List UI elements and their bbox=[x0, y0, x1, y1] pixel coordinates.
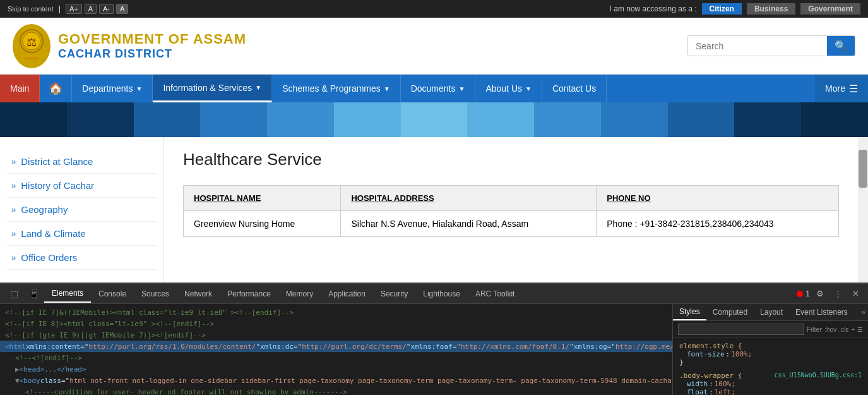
separator: | bbox=[59, 4, 61, 13]
banner-seg-8 bbox=[467, 102, 534, 137]
nav-item-departments[interactable]: Departments ▼ bbox=[72, 75, 153, 102]
nav-main-label: Main bbox=[10, 83, 29, 94]
hospital-address-cell: Silchar N.S Avenue, Hialakandi Road, Ass… bbox=[341, 211, 597, 237]
nav-item-contact[interactable]: Contact Us bbox=[542, 75, 607, 102]
error-dot bbox=[797, 291, 803, 297]
devtools-tab-elements[interactable]: Elements bbox=[44, 285, 91, 303]
font-normal-btn[interactable]: A bbox=[85, 4, 97, 14]
font-reset-btn[interactable]: A bbox=[116, 4, 128, 14]
emblem: ⚖ bbox=[13, 24, 51, 68]
nav-contact-label: Contact Us bbox=[552, 83, 596, 94]
font-size-controls: A+ A A- A bbox=[66, 4, 128, 14]
font-small-btn[interactable]: A- bbox=[99, 4, 114, 14]
code-line-3: <!--[if (gte IE 9)|(gt IEMobile 7)]><![e… bbox=[0, 329, 672, 341]
styles-content: element.style { font-size:100%; } .body-… bbox=[673, 338, 868, 395]
page-scrollbar[interactable] bbox=[858, 137, 868, 283]
sidebar-item-district-glance[interactable]: » District at Glance bbox=[6, 150, 157, 174]
devtools-code-panel: <!--[if IE 7]&(!IEMobile)><html class="l… bbox=[0, 304, 672, 395]
banner-seg-10 bbox=[601, 102, 668, 137]
top-bar-left: Skip to content | A+ A A- A bbox=[8, 4, 128, 14]
banner-seg-13 bbox=[801, 102, 868, 137]
devtools-inspect-btn[interactable]: ⬚ bbox=[5, 286, 23, 301]
scroll-thumb[interactable] bbox=[859, 150, 867, 188]
devtools-tab-network[interactable]: Network bbox=[177, 286, 220, 302]
styles-tab-computed[interactable]: Computed bbox=[706, 305, 754, 320]
filter-cls-btn[interactable]: .cls bbox=[839, 326, 848, 333]
nav-item-home[interactable]: 🏠 bbox=[40, 75, 72, 102]
nav-item-documents[interactable]: Documents ▼ bbox=[401, 75, 476, 102]
banner-seg-11 bbox=[668, 102, 735, 137]
page-title: Healthcare Service bbox=[183, 150, 839, 169]
search-button[interactable]: 🔍 bbox=[827, 36, 855, 56]
devtools-tab-sources[interactable]: Sources bbox=[134, 286, 177, 302]
sidebar-item-history[interactable]: » History of Cachar bbox=[6, 174, 157, 198]
devtools-tab-application[interactable]: Application bbox=[321, 286, 373, 302]
styles-tab-event-listeners[interactable]: Event Listeners bbox=[789, 305, 854, 320]
devtools-tab-performance[interactable]: Performance bbox=[220, 286, 278, 302]
government-btn[interactable]: Government bbox=[800, 3, 860, 15]
nav-item-schemes[interactable]: Schemes & Programmes ▼ bbox=[272, 75, 401, 102]
devtools-device-btn[interactable]: 📱 bbox=[23, 286, 44, 301]
filter-hover-btn[interactable]: :hov bbox=[824, 326, 836, 333]
hospital-phone-cell: Phone : +91-3842-231815,238406,234043 bbox=[597, 211, 839, 237]
table-row: Greenview Nursing Home Silchar N.S Avenu… bbox=[184, 211, 839, 237]
citizen-btn[interactable]: Citizen bbox=[702, 3, 742, 15]
devtools-tab-memory[interactable]: Memory bbox=[278, 286, 321, 302]
code-line-1: <!--[if IE 7]&(!IEMobile)><html class="l… bbox=[0, 307, 672, 318]
nav-item-info-services[interactable]: Information & Services ▼ bbox=[153, 75, 272, 102]
svg-text:⚖: ⚖ bbox=[27, 36, 37, 49]
sidebar: » District at Glance » History of Cachar… bbox=[0, 137, 164, 283]
styles-tab-styles[interactable]: Styles bbox=[673, 304, 706, 320]
svg-rect-3 bbox=[22, 55, 41, 58]
filter-add-btn[interactable]: + bbox=[851, 326, 855, 333]
font-large-btn[interactable]: A+ bbox=[66, 4, 82, 14]
devtools-tab-arc[interactable]: ARC Toolkit bbox=[468, 286, 522, 302]
search-input[interactable] bbox=[688, 37, 827, 55]
nav-item-about[interactable]: About Us ▼ bbox=[475, 75, 542, 102]
nav-schemes-label: Schemes & Programmes bbox=[282, 83, 381, 94]
styles-filter-input[interactable] bbox=[678, 324, 804, 335]
nav-more-label: More bbox=[825, 83, 845, 94]
styles-tab-layout[interactable]: Layout bbox=[754, 305, 789, 320]
styles-filter-row: Filter :hov .cls + ☰ bbox=[673, 321, 868, 338]
info-arrow-icon: ▼ bbox=[255, 84, 261, 91]
sidebar-item-office-orders[interactable]: » Office Orders bbox=[6, 246, 157, 270]
devtools-settings-btn[interactable]: ⚙ bbox=[812, 286, 828, 301]
devtools-tab-console[interactable]: Console bbox=[91, 286, 134, 302]
nav-departments-label: Departments bbox=[82, 83, 133, 94]
banner-seg-7 bbox=[401, 102, 468, 137]
devtools-body: <!--[if IE 7]&(!IEMobile)><html class="l… bbox=[0, 304, 868, 395]
devtools-tab-security[interactable]: Security bbox=[373, 286, 415, 302]
top-bar: Skip to content | A+ A A- A I am now acc… bbox=[0, 0, 868, 18]
sidebar-item-land-climate-label: Land & Climate bbox=[21, 228, 86, 239]
sidebar-item-land-climate[interactable]: » Land & Climate bbox=[6, 222, 157, 246]
devtools-tab-lighthouse[interactable]: Lighthouse bbox=[415, 286, 468, 302]
home-icon: 🏠 bbox=[49, 82, 62, 95]
top-bar-right: I am now accessing as a : Citizen Busine… bbox=[610, 3, 860, 15]
styles-selector-body-wrapper: .body-wrapper { bbox=[679, 372, 742, 380]
devtools-right-icons: 1 ⚙ ⋮ ✕ bbox=[797, 286, 863, 301]
devtools-close-btn[interactable]: ✕ bbox=[848, 286, 863, 301]
banner bbox=[0, 102, 868, 137]
banner-seg-4 bbox=[200, 102, 267, 137]
code-line-4-highlighted[interactable]: <html xmlns:content="http://purl.org/rss… bbox=[0, 341, 672, 352]
styles-selector-element: element.style { bbox=[679, 342, 742, 350]
sidebar-item-geography[interactable]: » Geography bbox=[6, 198, 157, 222]
banner-seg-6 bbox=[334, 102, 401, 137]
filter-settings-btn[interactable]: ☰ bbox=[857, 326, 863, 333]
hospital-table: HOSPITAL NAME HOSPITAL ADDRESS PHONE NO … bbox=[183, 185, 839, 237]
skip-to-content-link[interactable]: Skip to content bbox=[8, 5, 54, 13]
styles-link-1[interactable]: css_U1SNwoO.SUUBg.css:1 bbox=[775, 372, 862, 379]
header-left: ⚖ GOVERNMENT OF ASSAM CACHAR DISTRICT bbox=[13, 24, 246, 68]
nav-more-btn[interactable]: More ☰ bbox=[815, 75, 868, 102]
devtools-styles-panel: Styles Computed Layout Event Listeners »… bbox=[672, 304, 868, 395]
devtools-more-btn[interactable]: ⋮ bbox=[830, 286, 846, 301]
code-line-6: ▶ <head>...</head> bbox=[0, 363, 672, 375]
banner-seg-2 bbox=[67, 102, 134, 137]
sidebar-item-geography-label: Geography bbox=[21, 204, 68, 215]
business-btn[interactable]: Business bbox=[747, 3, 795, 15]
header: ⚖ GOVERNMENT OF ASSAM CACHAR DISTRICT 🔍 bbox=[0, 18, 868, 75]
nav-item-main[interactable]: Main bbox=[0, 75, 40, 102]
styles-filter-btns: :hov .cls + ☰ bbox=[824, 326, 863, 333]
styles-tabs-chevron[interactable]: » bbox=[859, 305, 868, 320]
